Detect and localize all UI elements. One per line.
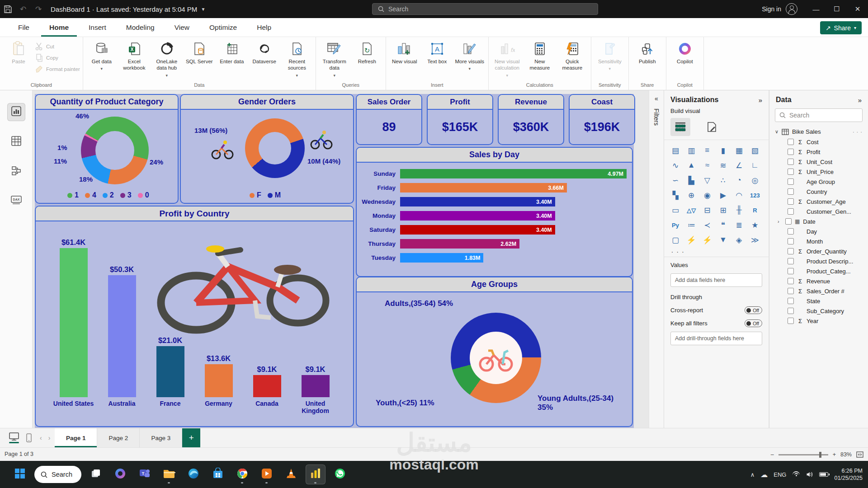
field-checkbox[interactable] [788, 139, 794, 145]
field-checkbox[interactable] [788, 178, 794, 185]
redo-icon[interactable]: ↷ [31, 0, 46, 18]
taskbar-app-vlc[interactable] [281, 465, 301, 484]
visual-type-line-and-clustered-column-chart[interactable]: ∟ [748, 160, 762, 171]
sales-bar-saturday[interactable]: 3.40M [400, 225, 555, 235]
menu-tab-insert[interactable]: Insert [80, 19, 114, 37]
copy-button[interactable]: Copy [35, 53, 80, 63]
save-icon[interactable] [0, 0, 15, 18]
zoom-in-button[interactable]: + [833, 451, 836, 458]
keep-all-filters-toggle[interactable]: Off [745, 319, 762, 327]
profit-bar-united-kingdom[interactable] [302, 375, 330, 397]
visual-type-power-automate-visual[interactable]: ⚡ [700, 234, 714, 246]
cross-report-toggle[interactable]: Off [745, 306, 762, 314]
field-checkbox[interactable] [788, 318, 794, 324]
onedrive-cloud-icon[interactable]: ☁ [760, 470, 768, 479]
field-customer-gen-[interactable]: Customer_Gen... [769, 206, 868, 216]
visual-type-filled-map[interactable]: ◉ [700, 189, 714, 201]
visual-type-arcgis-map[interactable]: ▼ [717, 234, 730, 246]
field-checkbox[interactable] [788, 278, 794, 284]
visual-type-gauge[interactable]: ◠ [732, 189, 746, 201]
field-checkbox[interactable] [788, 188, 794, 195]
next-page-icon[interactable]: › [48, 434, 51, 441]
new-visual-calculation-button[interactable]: fxNew visual calculation▾ [491, 40, 523, 78]
sales-bar-friday[interactable]: 3.66M [400, 183, 567, 192]
quantity-donut-chart[interactable] [81, 117, 149, 184]
field-profit[interactable]: ΣProfit [769, 147, 868, 157]
gender-donut-chart[interactable] [245, 118, 305, 178]
sales-bar-thursday[interactable]: 2.62M [400, 239, 519, 249]
build-visual-mode-button[interactable] [670, 118, 690, 136]
visual-type-stacked-bar-chart[interactable]: ▤ [669, 145, 682, 156]
field-month[interactable]: Month [769, 236, 868, 246]
zoom-slider[interactable] [778, 454, 828, 455]
visual-type-decomposition-tree[interactable]: ≺ [700, 219, 714, 231]
visual-type-card[interactable]: 123 [748, 189, 762, 201]
taskbar-app-task-view[interactable] [86, 465, 106, 484]
new-page-button[interactable]: + [182, 428, 200, 447]
taskbar-app-media-player[interactable] [257, 465, 277, 484]
text-box-button[interactable]: AText box [421, 40, 453, 65]
more-visuals-button[interactable]: More visuals▾ [454, 40, 486, 71]
values-field-well[interactable]: Add data fields here [670, 273, 762, 287]
visual-type-key-influencers[interactable]: ≔ [684, 219, 698, 231]
taskbar-app-copilot[interactable] [110, 465, 130, 484]
field-year[interactable]: ΣYear [769, 316, 868, 326]
kpi-card-coast[interactable]: Coast$196K [569, 94, 635, 145]
field-checkbox[interactable] [788, 248, 794, 254]
visual-type-python-visual[interactable]: Py [669, 219, 682, 231]
new-visual-button[interactable]: New visual [389, 40, 420, 65]
age-groups-donut-chart[interactable] [451, 313, 541, 403]
expand-field-icon[interactable]: › [778, 219, 782, 224]
table-bike-sales[interactable]: ∨ Bike Sales · · · [769, 127, 868, 137]
wifi-icon[interactable] [792, 471, 800, 478]
field-checkbox[interactable] [788, 198, 794, 205]
visual-type-stacked-column-chart[interactable]: ▥ [684, 145, 698, 156]
global-search-input[interactable]: Search [372, 3, 598, 15]
field-date[interactable]: ›▦Date [769, 216, 868, 226]
cut-button[interactable]: Cut [35, 42, 80, 52]
minimize-button[interactable]: — [806, 0, 826, 18]
visual-type-multi-row-card[interactable]: ▭ [669, 204, 682, 216]
menu-tab-modeling[interactable]: Modeling [118, 19, 163, 37]
collapse-data-icon[interactable]: » [858, 96, 862, 104]
visual-type-clustered-bar-chart[interactable]: ≡ [700, 145, 714, 156]
undo-icon[interactable]: ↶ [15, 0, 31, 18]
visual-type-paginated-report[interactable]: ▢ [669, 234, 682, 246]
refresh-button[interactable]: ↻Refresh [351, 40, 383, 65]
field-checkbox[interactable] [788, 159, 794, 165]
visual-type-line-and-stacked-column-chart[interactable]: ∠ [732, 160, 746, 171]
taskbar-app-teams[interactable]: T [135, 465, 155, 484]
visual-type-funnel-chart[interactable]: ▽ [700, 174, 714, 186]
kpi-card-sales-order[interactable]: Sales Order89 [356, 94, 422, 145]
menu-tab-view[interactable]: View [166, 19, 198, 37]
sidebar-item-dax-query-view[interactable]: DAX [7, 192, 25, 211]
sql-server-button[interactable]: SQL Server [184, 40, 215, 65]
title-caret-icon[interactable]: ▼ [201, 7, 205, 12]
format-painter-button[interactable]: Format painter [35, 64, 80, 74]
taskbar-app-start[interactable] [10, 465, 30, 484]
mobile-layout-button[interactable] [26, 433, 32, 442]
field-cost[interactable]: ΣCost [769, 137, 868, 147]
taskbar-app-microsoft-store[interactable] [208, 465, 228, 484]
profit-bar-france[interactable] [156, 346, 184, 397]
sign-in-link[interactable]: Sign in [762, 5, 781, 13]
language-indicator[interactable]: ENG [774, 471, 786, 478]
field-checkbox[interactable] [788, 228, 794, 235]
field-checkbox[interactable] [788, 169, 794, 175]
volume-icon[interactable] [806, 472, 813, 477]
sidebar-item-report-view[interactable] [7, 103, 25, 121]
sidebar-item-table-view[interactable] [7, 133, 25, 151]
enter-data-button[interactable]: Enter data [216, 40, 248, 65]
dataverse-button[interactable]: Dataverse [249, 40, 280, 65]
field-state[interactable]: State [769, 296, 868, 306]
kpi-card-revenue[interactable]: Revenue$360K [498, 94, 564, 145]
visual-type-goals[interactable]: ★ [748, 219, 762, 231]
field-age-group[interactable]: Age Group [769, 177, 868, 187]
field-customer-age[interactable]: ΣCustomer_Age [769, 197, 868, 206]
new-measure-button[interactable]: New measure [524, 40, 556, 71]
filters-pane-collapsed[interactable]: « Filters [649, 90, 664, 428]
visual-type-treemap[interactable]: ▚ [669, 189, 682, 201]
visual-type-power-automate[interactable]: ≫ [748, 234, 762, 246]
menu-tab-home[interactable]: Home [41, 19, 77, 37]
menu-tab-optimize[interactable]: Optimize [201, 19, 245, 37]
